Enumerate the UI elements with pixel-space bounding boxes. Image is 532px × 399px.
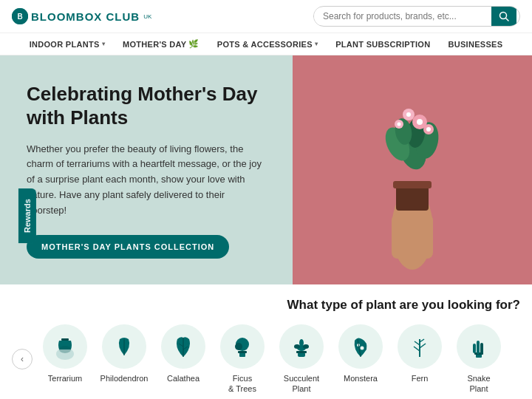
- plant-type-label: Fern: [412, 373, 429, 383]
- plant-type-label: Ficus & Trees: [228, 373, 256, 395]
- svg-rect-50: [473, 344, 476, 353]
- nav-item-mothers-day[interactable]: MOTHER'S DAY 🌿: [123, 39, 200, 49]
- plant-type-title: What type of plant are you looking for?: [12, 298, 520, 313]
- plant-type-label: Calathea: [167, 373, 200, 383]
- svg-line-3: [506, 18, 509, 21]
- logo[interactable]: B BLOOMBOX CLUB UK: [12, 8, 151, 24]
- svg-rect-22: [61, 338, 69, 341]
- hero-title: Celebrating Mother's Day with Plants: [27, 82, 266, 130]
- plant-type-item[interactable]: Calathea: [157, 324, 210, 395]
- plant-type-item[interactable]: Monstera: [334, 324, 387, 395]
- plant-type-label: Terrarium: [48, 373, 82, 383]
- svg-point-17: [417, 119, 423, 125]
- search-input[interactable]: [314, 7, 491, 25]
- plant-icons-list: TerrariumPhilodendronCalatheaFicus & Tre…: [38, 324, 520, 395]
- nav-item-pots[interactable]: POTS & ACCESSORIES ▾: [217, 40, 318, 49]
- plant-type-icon: [102, 324, 146, 369]
- svg-point-20: [398, 123, 401, 126]
- chevron-down-icon: ▾: [315, 41, 318, 47]
- plant-type-item[interactable]: Succulent Plant: [275, 324, 328, 395]
- svg-point-37: [299, 339, 304, 347]
- plant-type-icon: [338, 324, 383, 369]
- plant-type-icon: [220, 324, 265, 369]
- prev-button[interactable]: ‹: [12, 349, 33, 369]
- plant-type-label: Snake Plant: [467, 373, 490, 395]
- hero-section: Celebrating Mother's Day with Plants Whe…: [0, 55, 532, 284]
- nav-label: MOTHER'S DAY: [123, 40, 187, 49]
- hero-body: Whether you prefer the beauty of living …: [27, 142, 266, 219]
- nav-item-businesses[interactable]: BUSINESSES: [448, 40, 502, 49]
- plant-type-icon: [43, 324, 87, 369]
- logo-uk: UK: [143, 13, 151, 20]
- svg-line-43: [420, 344, 426, 348]
- search-button[interactable]: [491, 7, 516, 26]
- plant-type-item[interactable]: Ficus & Trees: [216, 324, 269, 395]
- svg-rect-33: [296, 351, 307, 353]
- svg-rect-6: [396, 185, 429, 211]
- svg-line-44: [415, 341, 420, 345]
- rewards-button[interactable]: Rewards: [18, 188, 36, 243]
- svg-rect-7: [393, 181, 432, 188]
- nav-label: INDOOR PLANTS: [30, 40, 100, 49]
- nav-label: BUSINESSES: [448, 40, 502, 49]
- plant-type-label: Succulent Plant: [284, 373, 319, 395]
- svg-rect-48: [477, 341, 480, 354]
- svg-text:B: B: [17, 13, 22, 21]
- logo-text: BLOOMBOX CLUB: [31, 10, 140, 23]
- plant-icons-row: ‹ TerrariumPhilodendronCalatheaFicus & T…: [12, 324, 520, 395]
- plant-type-item[interactable]: Terrarium: [38, 324, 92, 395]
- nav-item-indoor-plants[interactable]: INDOOR PLANTS ▾: [30, 40, 105, 49]
- main-nav: INDOOR PLANTS ▾ MOTHER'S DAY 🌿 POTS & AC…: [0, 33, 532, 55]
- svg-line-42: [414, 347, 420, 351]
- svg-point-39: [361, 347, 364, 350]
- search-icon: [499, 11, 509, 21]
- plant-type-item[interactable]: Snake Plant: [452, 324, 505, 395]
- plant-type-label: Philodendron: [100, 373, 149, 383]
- plant-type-icon: [161, 324, 205, 369]
- hero-image: [293, 55, 532, 284]
- chevron-down-icon: ▾: [102, 41, 105, 47]
- hero-right: [293, 55, 532, 284]
- hero-cta-button[interactable]: MOTHER'S DAY PLANTS COLLECTION: [27, 235, 229, 259]
- plant-type-icon: [398, 324, 442, 369]
- hero-left: Celebrating Mother's Day with Plants Whe…: [0, 55, 293, 284]
- plant-type-icon: [279, 324, 324, 369]
- svg-rect-29: [238, 351, 247, 353]
- plant-type-section: What type of plant are you looking for? …: [0, 284, 532, 399]
- svg-point-31: [235, 343, 242, 350]
- svg-rect-49: [480, 343, 483, 354]
- plant-type-icon: [457, 324, 501, 369]
- hero-plant-illustration: [346, 66, 479, 273]
- svg-point-23: [59, 346, 71, 353]
- plant-type-item[interactable]: Fern: [393, 324, 446, 395]
- nav-label: POTS & ACCESSORIES: [217, 40, 313, 49]
- plant-type-label: Monstera: [344, 373, 378, 383]
- nav-item-subscription[interactable]: PLANT SUBSCRIPTION: [335, 40, 430, 49]
- nav-emoji: 🌿: [188, 39, 199, 49]
- search-bar: [313, 6, 520, 27]
- svg-point-19: [426, 127, 431, 132]
- svg-point-35: [294, 344, 300, 349]
- plant-type-item[interactable]: Philodendron: [98, 324, 151, 395]
- header: B BLOOMBOX CLUB UK: [0, 0, 532, 33]
- logo-icon: B: [12, 8, 28, 24]
- nav-label: PLANT SUBSCRIPTION: [335, 40, 430, 49]
- svg-point-36: [303, 344, 309, 349]
- svg-rect-5: [392, 214, 433, 259]
- svg-point-18: [406, 112, 411, 117]
